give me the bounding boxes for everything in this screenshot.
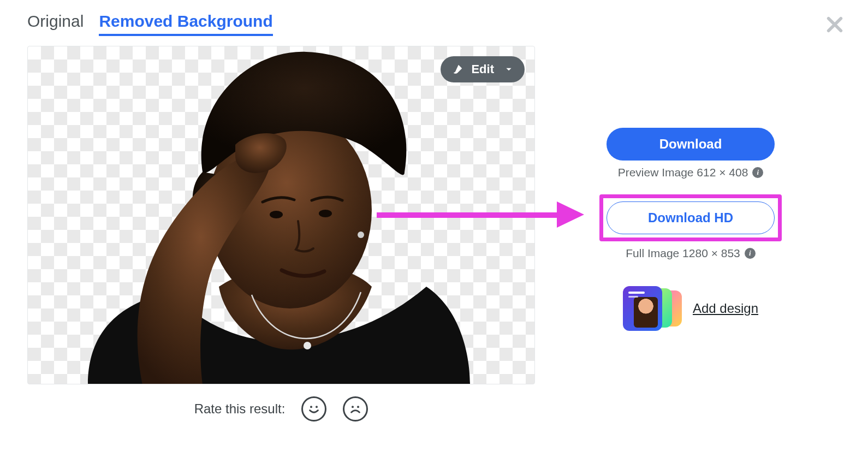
tab-removed-background[interactable]: Removed Background (99, 12, 272, 36)
brush-icon (451, 63, 463, 75)
frown-icon (347, 401, 364, 417)
rate-bad-button[interactable] (343, 396, 368, 422)
add-design-label: Add design (693, 301, 758, 316)
preview-size-label: Preview Image 612 × 408 i (618, 166, 764, 179)
svg-point-7 (352, 406, 354, 408)
download-hd-button[interactable]: Download HD (607, 201, 775, 234)
svg-point-2 (319, 210, 332, 217)
annotation-highlight: Download HD (599, 194, 782, 241)
chevron-down-icon (505, 66, 513, 73)
svg-point-6 (316, 406, 318, 408)
subject-cutout (55, 46, 481, 384)
svg-point-5 (310, 406, 312, 408)
add-design-button[interactable]: Add design (623, 286, 758, 331)
edit-button-label: Edit (471, 62, 494, 76)
close-icon (825, 15, 844, 34)
svg-point-1 (270, 211, 283, 218)
info-icon[interactable]: i (752, 167, 763, 178)
full-size-label: Full Image 1280 × 853 i (626, 247, 756, 260)
design-thumbnails-icon (623, 286, 682, 331)
svg-point-3 (304, 342, 311, 349)
rate-row: Rate this result: (27, 396, 535, 422)
svg-point-8 (357, 406, 359, 408)
rate-good-button[interactable] (301, 396, 326, 422)
tab-original[interactable]: Original (27, 12, 84, 36)
tabs: Original Removed Background (27, 12, 841, 36)
download-button[interactable]: Download (607, 128, 775, 161)
svg-point-4 (358, 232, 364, 238)
info-icon[interactable]: i (745, 248, 756, 259)
edit-button[interactable]: Edit (441, 56, 525, 82)
smile-icon (306, 401, 322, 417)
image-preview: Edit (27, 46, 535, 384)
close-button[interactable] (825, 15, 844, 34)
rate-label: Rate this result: (194, 401, 286, 417)
